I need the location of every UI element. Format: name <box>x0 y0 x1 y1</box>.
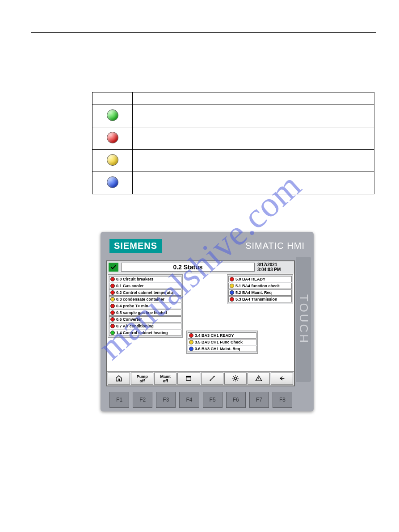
fkey-f3[interactable]: F3 <box>156 392 176 408</box>
status-item-label: 3.6 BA3 CH1 Maint. Req <box>195 347 240 351</box>
status-led-icon <box>110 304 115 308</box>
status-item-label: 5.1 BA4 function check <box>235 284 280 288</box>
status-item[interactable]: 0.3 condensate container <box>109 296 181 302</box>
status-item-label: 3.4 BA3 CH1 READY <box>195 333 234 338</box>
svg-point-3 <box>213 376 214 377</box>
svg-point-6 <box>258 379 259 380</box>
screen-body: 0.0 Circuit breakers0.1 Gas cooler0.2 Co… <box>107 273 294 372</box>
status-item-label: 5.2 BA4 Maint. Req <box>235 290 272 295</box>
hmi-panel: SIEMENS SIMATIC HMI TOUCH 0.2 Status 3/1… <box>101 232 314 411</box>
softkey-bar: PumpoffMaintoff <box>107 371 294 385</box>
softkey-label: Pump <box>137 374 148 379</box>
status-panel-right: 5.0 BA4 READY5.1 BA4 function check5.2 B… <box>227 274 293 304</box>
status-item-label: 3.5 BA3 CH1 Func Check <box>195 340 243 344</box>
check-icon[interactable] <box>109 263 118 272</box>
home-button[interactable] <box>108 373 130 385</box>
status-item[interactable]: 0.1 Gas cooler <box>109 283 181 289</box>
tools-icon <box>209 375 216 383</box>
legend-dot-yellow-icon <box>107 154 118 166</box>
settings-button[interactable] <box>224 373 247 385</box>
status-item[interactable]: 0.4 probe T> min <box>109 303 181 309</box>
status-item[interactable]: 0.5 sample gas line heated <box>109 310 181 316</box>
window-button[interactable] <box>177 373 200 385</box>
status-led-icon <box>110 324 115 328</box>
status-led-icon <box>110 297 115 302</box>
softkey-label: Maint <box>160 374 171 379</box>
fkey-f4[interactable]: F4 <box>179 392 199 408</box>
hmi-header: SIEMENS SIMATIC HMI <box>103 235 311 259</box>
status-item-label: 0.7 Air conditioning <box>116 324 154 328</box>
datetime: 3/17/2021 3:04:03 PM <box>257 262 292 272</box>
window-icon <box>185 375 192 383</box>
fkey-f2[interactable]: F2 <box>133 392 152 408</box>
status-led-icon <box>110 277 115 281</box>
status-item[interactable]: 0.7 Air conditioning <box>109 323 181 329</box>
status-item-label: 5.0 BA4 READY <box>235 277 265 281</box>
fkey-f1[interactable]: F1 <box>109 392 129 408</box>
touch-side-label: TOUCH <box>296 257 311 382</box>
home-icon <box>115 375 122 383</box>
status-led-icon <box>110 290 115 295</box>
maint-off-button[interactable]: Maintoff <box>154 373 176 385</box>
status-led-icon <box>110 317 115 322</box>
tools-button[interactable] <box>201 373 223 385</box>
status-panel-left: 0.0 Circuit breakers0.1 Gas cooler0.2 Co… <box>108 274 183 338</box>
status-led-icon <box>230 290 234 295</box>
softkey-label: off <box>139 379 145 383</box>
fkey-f8[interactable]: F8 <box>273 392 292 408</box>
status-led-icon <box>230 284 234 288</box>
fkey-f7[interactable]: F7 <box>249 392 269 408</box>
svg-rect-1 <box>186 376 191 377</box>
status-led-icon <box>189 333 193 338</box>
status-item-label: 0.0 Circuit breakers <box>116 277 154 281</box>
legend-dot-red-icon <box>107 132 118 143</box>
softkey-label: off <box>163 379 168 383</box>
fkey-f6[interactable]: F6 <box>226 392 246 408</box>
status-item-label: 1.4 Control cabinet heating <box>116 331 168 335</box>
status-led-icon <box>189 340 193 344</box>
status-item[interactable]: 1.4 Control cabinet heating <box>109 330 181 336</box>
hmi-screen[interactable]: 0.2 Status 3/17/2021 3:04:03 PM 0.0 Circ… <box>106 260 295 386</box>
status-item[interactable]: 5.2 BA4 Maint. Req <box>228 289 292 296</box>
status-item-label: 0.3 condensate container <box>116 297 164 302</box>
back-button[interactable] <box>271 373 293 385</box>
status-item-label: 0.1 Gas cooler <box>116 284 144 288</box>
siemens-logo: SIEMENS <box>109 239 162 253</box>
status-item[interactable]: 0.0 Circuit breakers <box>109 276 181 282</box>
legend-dot-green-icon <box>107 109 118 121</box>
status-item-label: 0.2 Control cabinet temperatu <box>116 290 173 295</box>
svg-point-2 <box>210 379 211 381</box>
alarm-button[interactable] <box>248 373 270 385</box>
screen-titlebar: 0.2 Status 3/17/2021 3:04:03 PM <box>107 261 294 273</box>
status-led-icon <box>189 347 193 351</box>
status-item[interactable]: 5.1 BA4 function check <box>228 283 292 289</box>
status-item-label: 0.4 probe T> min <box>116 304 148 308</box>
status-item[interactable]: 3.5 BA3 CH1 Func Check <box>188 339 256 345</box>
page-top-rule <box>31 32 376 33</box>
gear-icon <box>232 375 239 383</box>
status-led-icon <box>110 331 115 335</box>
status-legend-table <box>92 92 374 194</box>
status-item[interactable]: 3.6 BA3 CH1 Maint. Req <box>188 346 256 352</box>
status-item[interactable]: 0.6 Converter <box>109 316 181 323</box>
status-item[interactable]: 5.3 BA4 Transmission <box>228 296 292 302</box>
date-label: 3/17/2021 <box>257 262 292 267</box>
svg-point-4 <box>234 377 236 379</box>
warn-icon <box>255 375 262 383</box>
status-item[interactable]: 0.2 Control cabinet temperatu <box>109 289 181 296</box>
legend-dot-blue-icon <box>107 176 118 188</box>
status-item-label: 0.5 sample gas line heated <box>116 310 167 315</box>
fkey-row: F1F2F3F4F5F6F7F8 <box>109 392 292 408</box>
status-led-icon <box>230 297 234 302</box>
fkey-f5[interactable]: F5 <box>203 392 223 408</box>
time-label: 3:04:03 PM <box>257 267 292 272</box>
pump-off-button[interactable]: Pumpoff <box>131 373 153 385</box>
status-item[interactable]: 3.4 BA3 CH1 READY <box>188 332 256 339</box>
status-panel-mid: 3.4 BA3 CH1 READY3.5 BA3 CH1 Func Check3… <box>186 331 258 354</box>
back-icon <box>278 375 286 383</box>
status-led-icon <box>110 310 115 315</box>
screen-title: 0.2 Status <box>121 263 255 272</box>
status-item-label: 0.6 Converter <box>116 317 142 322</box>
model-label: SIMATIC HMI <box>245 241 305 251</box>
status-item[interactable]: 5.0 BA4 READY <box>228 276 292 282</box>
